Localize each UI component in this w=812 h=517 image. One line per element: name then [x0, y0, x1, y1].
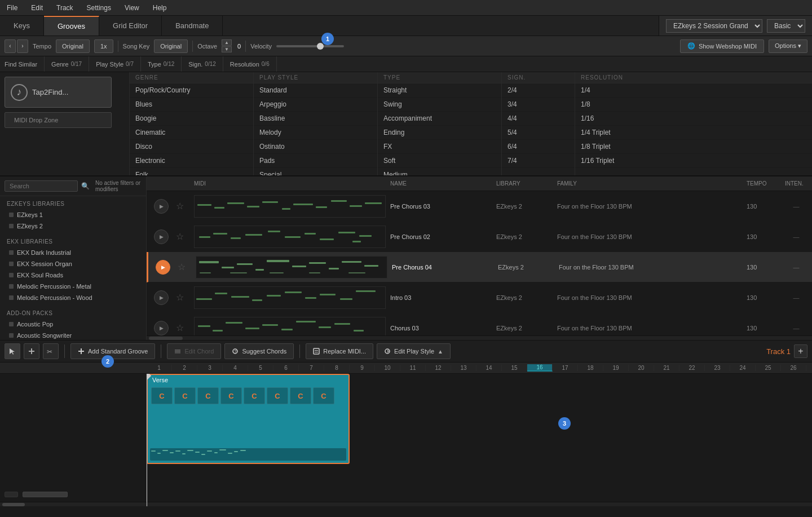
h-scrollbar[interactable]	[147, 335, 812, 340]
velocity-control[interactable]	[276, 45, 344, 47]
find-similar-filter[interactable]: Find Similar	[5, 56, 45, 72]
star-2[interactable]: ☆	[176, 231, 189, 242]
edit-tool[interactable]	[24, 343, 39, 359]
play-btn-5[interactable]: ▶	[151, 321, 171, 335]
type-swing[interactable]: Swing	[378, 98, 501, 112]
resolution-filter[interactable]: Resolution 0/6	[223, 56, 277, 72]
show-webshop-btn[interactable]: 🌐 Show Webshop MIDI	[680, 39, 764, 53]
timeline-scrollbar[interactable]	[0, 502, 812, 506]
add-track-btn[interactable]: +	[794, 344, 807, 358]
sign-64[interactable]: 6/4	[502, 140, 575, 154]
menu-edit[interactable]: Edit	[29, 3, 45, 13]
star-4[interactable]: ☆	[176, 292, 189, 303]
lib-ezkeys1[interactable]: EZkeys 1	[0, 209, 146, 220]
tap2find-btn[interactable]: ♪ Tap2Find...	[5, 77, 112, 108]
timeline-scroll-thumb[interactable]	[2, 503, 25, 506]
chord-C3[interactable]: C	[197, 387, 219, 404]
type-straight[interactable]: Straight	[378, 83, 501, 98]
groove-row-4[interactable]: ▶ ☆ I	[147, 282, 812, 313]
play-icon-1[interactable]: ▶	[154, 199, 169, 214]
plugin-dropdown[interactable]: EZkeys 2 Session Grand	[666, 19, 762, 33]
replace-midi-btn[interactable]: Replace MIDI...	[306, 343, 373, 359]
midi-drop-zone[interactable]: MIDI Drop Zone	[5, 112, 112, 128]
ps-ostinato[interactable]: Ostinato	[254, 140, 377, 154]
edit-chord-btn[interactable]: Edit Chord	[167, 343, 221, 359]
menu-settings[interactable]: Settings	[85, 3, 113, 13]
options-btn[interactable]: Options ▾	[769, 39, 807, 53]
verse-block[interactable]: Verse C C C C C C C C	[147, 374, 350, 464]
play-icon-4[interactable]: ▶	[154, 290, 169, 305]
sign-44[interactable]: 4/4	[502, 112, 575, 126]
preset-dropdown[interactable]: Basic	[767, 19, 805, 33]
type-fx[interactable]: FX	[378, 140, 501, 154]
menu-file[interactable]: File	[5, 3, 20, 13]
genre-folk[interactable]: Folk	[130, 168, 253, 175]
lib-ekx-soul[interactable]: EKX Soul Roads	[0, 269, 146, 281]
velocity-track[interactable]	[276, 45, 344, 47]
ps-bassline[interactable]: Bassline	[254, 112, 377, 126]
genre-filter[interactable]: Genre 0/17	[45, 56, 89, 72]
lib-melodic-metal[interactable]: Melodic Percussion - Metal	[0, 281, 146, 292]
tempo-btn[interactable]: Original	[56, 39, 90, 53]
genre-pop[interactable]: Pop/Rock/Country	[130, 83, 253, 98]
chord-C7[interactable]: C	[290, 387, 311, 404]
ps-melody[interactable]: Melody	[254, 126, 377, 140]
menu-help[interactable]: Help	[151, 3, 169, 13]
lib-acoustic-songwriter[interactable]: Acoustic Songwriter	[0, 330, 146, 340]
edit-play-style-btn[interactable]: Edit Play Style ▲	[377, 343, 451, 359]
select-tool[interactable]	[5, 343, 20, 359]
chord-C4[interactable]: C	[220, 387, 242, 404]
multiplier-btn[interactable]: 1x	[94, 39, 113, 53]
tab-grid-editor[interactable]: Grid Editor	[99, 16, 162, 36]
track-area[interactable]: Verse C C C C C C C C	[147, 374, 812, 506]
octave-up[interactable]: ▲	[222, 39, 232, 46]
type-ending[interactable]: Ending	[378, 126, 501, 140]
lib-acoustic-pop[interactable]: Acoustic Pop	[0, 319, 146, 330]
type-filter[interactable]: Type 0/12	[141, 56, 182, 72]
genre-electronic[interactable]: Electronic	[130, 154, 253, 168]
star-3[interactable]: ☆	[178, 262, 191, 272]
type-accompaniment[interactable]: Accompaniment	[378, 112, 501, 126]
velocity-thumb[interactable]	[317, 43, 324, 50]
type-soft[interactable]: Soft	[378, 154, 501, 168]
play-btn-4[interactable]: ▶	[151, 290, 171, 305]
search-input[interactable]	[5, 180, 78, 192]
menu-view[interactable]: View	[122, 3, 142, 13]
scroll-thumb[interactable]	[149, 337, 183, 340]
octave-down[interactable]: ▼	[222, 46, 232, 52]
lib-ezkeys2[interactable]: EZkeys 2	[0, 220, 146, 232]
genre-cinematic[interactable]: Cinematic	[130, 126, 253, 140]
add-groove-btn[interactable]: Add Standard Groove	[70, 343, 155, 359]
tab-bandmate[interactable]: Bandmate	[162, 16, 223, 36]
chord-C1[interactable]: C	[151, 387, 173, 404]
lib-ekx-dark[interactable]: EKX Dark Industrial	[0, 247, 146, 258]
lib-ekx-session[interactable]: EKX Session Organ	[0, 258, 146, 269]
chord-C6[interactable]: C	[267, 387, 288, 404]
groove-row-5[interactable]: ▶ ☆ C	[147, 313, 812, 335]
ps-special[interactable]: Special	[254, 168, 377, 175]
scissors-tool[interactable]: ✂	[43, 343, 59, 359]
res-116[interactable]: 1/16	[575, 112, 812, 126]
star-5[interactable]: ☆	[176, 322, 189, 333]
chord-C8[interactable]: C	[313, 387, 334, 404]
mini-scroll[interactable]	[23, 492, 68, 497]
tab-keys[interactable]: Keys	[0, 16, 44, 36]
res-116t[interactable]: 1/16 Triplet	[575, 154, 812, 168]
menu-track[interactable]: Track	[54, 3, 76, 13]
type-medium[interactable]: Medium	[378, 168, 501, 175]
play-btn-1[interactable]: ▶	[151, 199, 171, 214]
ps-standard[interactable]: Standard	[254, 83, 377, 98]
chord-C5[interactable]: C	[244, 387, 265, 404]
play-btn-2[interactable]: ▶	[151, 229, 171, 244]
ps-arpeggio[interactable]: Arpeggio	[254, 98, 377, 112]
ps-pads[interactable]: Pads	[254, 154, 377, 168]
res-14[interactable]: 1/4	[575, 83, 812, 98]
play-icon-5[interactable]: ▶	[154, 321, 169, 335]
star-1[interactable]: ☆	[176, 201, 189, 211]
nav-forward[interactable]: ›	[17, 39, 28, 53]
suggest-chords-btn[interactable]: ? Suggest Chords	[224, 343, 294, 359]
genre-boogie[interactable]: Boogie	[130, 112, 253, 126]
play-icon-2[interactable]: ▶	[154, 229, 169, 244]
groove-row-1[interactable]: ▶ ☆	[147, 191, 812, 222]
play-icon-3[interactable]: ▶	[156, 260, 170, 275]
